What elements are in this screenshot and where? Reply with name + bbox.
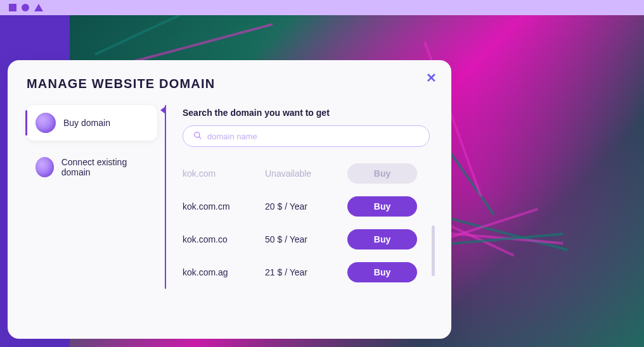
- svg-line-1: [199, 137, 201, 139]
- chevron-left-icon: [160, 106, 165, 114]
- globe-link-icon: [35, 157, 54, 177]
- domain-price: 20 $ / Year: [265, 201, 347, 211]
- domain-result-row: kok.com.ag 21 $ / Year Buy: [183, 256, 430, 289]
- square-icon: [9, 4, 16, 11]
- close-button[interactable]: ✕: [426, 72, 439, 84]
- domain-price: 21 $ / Year: [265, 267, 347, 277]
- manage-domain-modal: ✕ MANAGE WEBSITE DOMAIN Buy domain Conne…: [8, 60, 451, 339]
- domain-result-row: kok.com Unavailable Buy: [183, 157, 430, 190]
- sidebar-item-label: Buy domain: [63, 118, 110, 128]
- search-heading: Search the domain you want to get: [183, 108, 430, 118]
- circle-icon: [22, 4, 29, 11]
- buy-button: Buy: [347, 163, 417, 184]
- domain-name: kok.com.cm: [183, 201, 265, 211]
- sidebar-item-buy-domain[interactable]: Buy domain: [27, 105, 157, 141]
- sidebar: Buy domain Connect existing domain: [27, 105, 165, 289]
- domain-price: Unavailable: [265, 168, 347, 179]
- buy-button[interactable]: Buy: [347, 196, 417, 217]
- domain-result-row: kok.com.co 50 $ / Year Buy: [183, 223, 430, 256]
- globe-icon: [35, 113, 56, 133]
- search-box[interactable]: [183, 125, 430, 147]
- modal-title: MANAGE WEBSITE DOMAIN: [27, 77, 432, 91]
- scrollbar-thumb[interactable]: [432, 225, 435, 276]
- buy-button[interactable]: Buy: [347, 262, 417, 282]
- sidebar-item-label: Connect existing domain: [61, 157, 148, 177]
- triangle-icon: [34, 4, 43, 11]
- buy-button[interactable]: Buy: [347, 229, 417, 249]
- domain-name: kok.com: [183, 168, 265, 179]
- main-panel: Search the domain you want to get kok.co…: [165, 105, 432, 289]
- domain-price: 50 $ / Year: [265, 234, 347, 244]
- browser-chrome: [0, 0, 644, 15]
- domain-name: kok.com.ag: [183, 267, 265, 277]
- domain-search-input[interactable]: [207, 132, 419, 141]
- domain-name: kok.com.co: [183, 234, 265, 244]
- domain-result-row: kok.com.cm 20 $ / Year Buy: [183, 190, 430, 223]
- sidebar-item-connect-domain[interactable]: Connect existing domain: [27, 149, 157, 185]
- search-icon: [193, 131, 202, 141]
